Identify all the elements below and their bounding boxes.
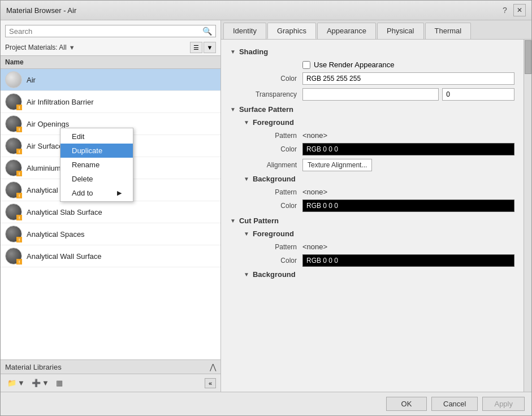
transparency-slider[interactable] [302, 88, 439, 101]
dialog-title: Material Browser - Air [6, 6, 76, 15]
material-thumbnail: ! [5, 203, 22, 220]
tab-graphics[interactable]: Graphics [267, 23, 316, 39]
transparency-row: Transparency [230, 88, 514, 101]
surface-bg-color-swatch[interactable]: RGB 0 0 0 [302, 200, 514, 212]
context-menu-edit[interactable]: Edit [60, 129, 133, 144]
warning-badge: ! [16, 237, 22, 242]
warning-badge: ! [16, 171, 22, 176]
tab-physical[interactable]: Physical [377, 23, 423, 39]
material-thumbnail: ! [5, 226, 22, 242]
tab-identity[interactable]: Identity [223, 23, 266, 39]
material-browser-dialog: Material Browser - Air ? ✕ 🔍 Project Mat… [0, 0, 532, 416]
surface-fg-alignment-row: Alignment Texture Alignment... [230, 159, 514, 171]
surface-fg-color-row: Color RGB 0 0 0 [230, 143, 514, 155]
warning-badge: ! [16, 215, 22, 220]
collapse-panel-button[interactable]: « [205, 378, 216, 388]
surface-bg-color-value: RGB 0 0 0 [306, 202, 338, 210]
cut-fg-color-swatch[interactable]: RGB 0 0 0 [302, 254, 514, 267]
surface-fg-pattern-value[interactable]: <none> [302, 131, 327, 140]
material-thumbnail: ! [5, 115, 22, 132]
cut-fg-pattern-row: Pattern <none> [230, 242, 514, 251]
surface-bg-arrow-icon: ▼ [244, 176, 249, 182]
cut-fg-color-value: RGB 0 0 0 [306, 257, 338, 265]
warning-badge: ! [16, 105, 22, 110]
surface-fg-alignment-label: Alignment [235, 161, 302, 169]
tab-appearance[interactable]: Appearance [317, 23, 376, 39]
context-menu-duplicate[interactable]: Duplicate [60, 144, 133, 158]
scrollbar-thumb[interactable] [525, 40, 531, 74]
material-thumbnail: ! [5, 93, 22, 110]
table-icon: ▦ [56, 379, 63, 387]
cut-pattern-arrow-icon: ▼ [230, 218, 236, 224]
color-input[interactable] [302, 72, 514, 85]
context-menu-delete[interactable]: Delete [60, 172, 133, 186]
surface-fg-arrow-icon: ▼ [244, 119, 249, 125]
surface-bg-color-row: Color RGB 0 0 0 [230, 200, 514, 212]
surface-pattern-arrow-icon: ▼ [230, 106, 236, 112]
warning-badge: ! [16, 127, 22, 132]
right-panel: Identity Graphics Appearance Physical Th… [221, 20, 531, 392]
footer: OK Cancel Apply [1, 392, 531, 415]
add-material-button[interactable]: ➕▼ [29, 378, 51, 388]
collapse-libraries-icon[interactable]: ⋀ [210, 362, 216, 371]
context-menu: Edit Duplicate Rename Delete Add to ▶ [60, 128, 133, 202]
context-menu-add-to[interactable]: Add to ▶ [60, 186, 133, 200]
table-button[interactable]: ▦ [54, 378, 65, 388]
shading-arrow-icon: ▼ [230, 49, 236, 55]
list-item[interactable]: ! Analytical Slab Surface [1, 201, 220, 223]
bottom-icons: 📁▼ ➕▼ ▦ [5, 378, 65, 388]
surface-fg-color-label: Color [235, 145, 302, 153]
help-button[interactable]: ? [499, 4, 511, 16]
cut-fg-color-row: Color RGB 0 0 0 [230, 254, 514, 267]
close-button[interactable]: ✕ [513, 4, 526, 16]
material-thumbnail: ! [5, 137, 22, 154]
search-input[interactable] [9, 27, 202, 36]
tabs-bar: Identity Graphics Appearance Physical Th… [221, 20, 531, 40]
list-view-button[interactable]: ☰ [190, 42, 202, 53]
cancel-button[interactable]: Cancel [431, 397, 478, 411]
list-item[interactable]: Air [1, 69, 220, 91]
material-thumbnail: ! [5, 159, 22, 176]
cut-fg-pattern-value[interactable]: <none> [302, 242, 327, 251]
apply-button[interactable]: Apply [482, 397, 525, 411]
list-item[interactable]: ! Analytical Wall Surface [1, 245, 220, 267]
left-panel: 🔍 Project Materials: All ▼ ☰ ▼ Name [1, 20, 221, 392]
cut-bg-arrow-icon: ▼ [244, 271, 249, 278]
tab-thermal[interactable]: Thermal [425, 23, 472, 39]
surface-fg-color-swatch[interactable]: RGB 0 0 0 [302, 143, 514, 155]
search-bar: 🔍 [5, 25, 216, 37]
surface-bg-header: ▼ Background [230, 175, 514, 183]
surface-fg-header: ▼ Foreground [230, 118, 514, 127]
use-render-appearance-label: Use Render Appearance [314, 60, 394, 69]
surface-fg-color-value: RGB 0 0 0 [306, 145, 338, 153]
use-render-appearance-checkbox[interactable] [302, 61, 310, 69]
filter-label[interactable]: Project Materials: All ▼ [5, 44, 75, 51]
material-thumbnail [5, 71, 22, 88]
surface-fg-alignment-button[interactable]: Texture Alignment... [302, 159, 372, 171]
surface-bg-pattern-label: Pattern [235, 188, 302, 196]
transparency-input[interactable] [442, 88, 514, 101]
list-item[interactable]: ! Air Infiltration Barrier [1, 91, 220, 113]
cut-fg-color-label: Color [235, 257, 302, 265]
folder-button[interactable]: 📁▼ [5, 378, 27, 388]
material-libraries-section: Material Libraries ⋀ [1, 359, 220, 374]
surface-bg-color-label: Color [235, 202, 302, 210]
list-item[interactable]: ! Analytical Spaces [1, 223, 220, 245]
view-options: ☰ ▼ [190, 42, 216, 53]
dropdown-view-button[interactable]: ▼ [204, 42, 216, 53]
filter-icon: ▼ [69, 44, 75, 51]
column-header: Name [1, 55, 220, 69]
vertical-scrollbar[interactable] [524, 40, 531, 392]
color-label: Color [235, 75, 302, 83]
warning-badge: ! [16, 149, 22, 154]
add-icon: ➕ [32, 379, 41, 387]
cut-fg-header: ▼ Foreground [230, 229, 514, 238]
surface-fg-pattern-label: Pattern [235, 132, 302, 140]
submenu-arrow-icon: ▶ [117, 189, 122, 197]
shading-section-header: ▼ Shading [230, 47, 514, 56]
main-content: 🔍 Project Materials: All ▼ ☰ ▼ Name [1, 20, 531, 392]
surface-bg-pattern-value[interactable]: <none> [302, 188, 327, 196]
ok-button[interactable]: OK [386, 397, 427, 411]
title-bar-buttons: ? ✕ [499, 4, 526, 16]
context-menu-rename[interactable]: Rename [60, 158, 133, 172]
